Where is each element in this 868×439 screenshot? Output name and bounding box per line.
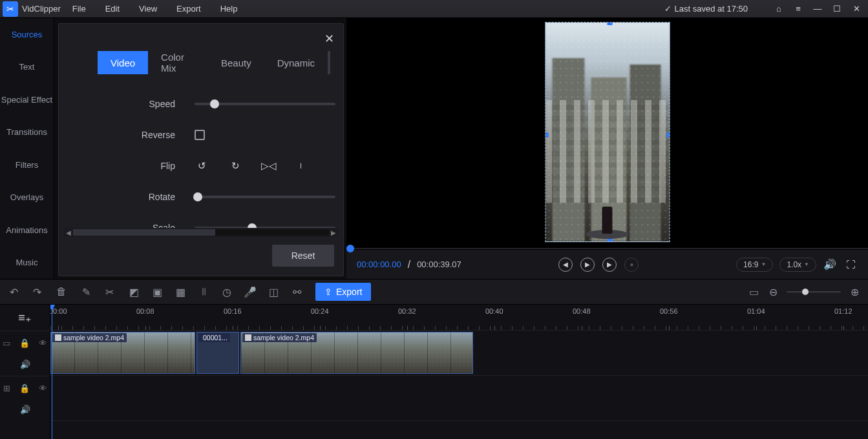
flip-vertical-icon[interactable]: –	[295, 159, 310, 173]
rotate-ccw-icon[interactable]: ↺	[195, 159, 209, 173]
playback-speed-select[interactable]: 1.0x▼	[779, 258, 816, 272]
fullscreen-icon[interactable]: ⛶	[843, 258, 858, 272]
timeline-clip[interactable]: 00001...	[196, 332, 239, 374]
panel-h-scrollbar[interactable]: ◀ ▶	[64, 228, 338, 237]
scroll-right-icon[interactable]: ▶	[329, 229, 338, 236]
export-label: Export	[336, 287, 362, 297]
timeline-clip[interactable]: sample video 2.mp4	[50, 332, 195, 374]
clock-icon[interactable]: ◷	[221, 286, 233, 298]
resize-handle-right[interactable]	[666, 132, 670, 138]
track-lock-icon-2[interactable]: 🔒	[19, 383, 30, 393]
sidebar-tab-sources[interactable]: Sources	[0, 18, 54, 51]
video-track-2[interactable]	[50, 376, 868, 421]
menu-file[interactable]: File	[72, 4, 86, 14]
clip-label: sample video 2.mp4	[253, 334, 314, 342]
zoom-out-icon[interactable]: ⊖	[767, 286, 779, 298]
export-button[interactable]: ⇪ Export	[315, 283, 371, 301]
crop-icon[interactable]: ◩	[128, 286, 140, 298]
app-name: VidClipper	[22, 4, 61, 14]
toolbar: ↶ ↷ 🗑 ✎ ✂ ◩ ▣ ▦ ⫴ ◷ 🎤 ◫ ⚯ ⇪ Export ▭ ⊖ ⊕	[0, 279, 868, 305]
ruler-tick-label: 00:56	[660, 307, 678, 315]
sidebar-tab-animations[interactable]: Animations	[0, 214, 54, 247]
play-button[interactable]: ▶	[580, 258, 595, 272]
video-track-1[interactable]: sample video 2.mp4 00001... sample video…	[50, 331, 868, 376]
timeline-playhead[interactable]	[52, 305, 52, 439]
sidebar-tab-text[interactable]: Text	[0, 51, 54, 84]
marquee-icon[interactable]: ▣	[151, 286, 163, 298]
resize-handle-bottom[interactable]	[608, 239, 613, 242]
record-button[interactable]: ●	[624, 258, 639, 272]
sidebar-tab-music[interactable]: Music	[0, 247, 54, 280]
redo-button[interactable]: ↷	[31, 286, 43, 298]
sidebar-tab-filters[interactable]: Filters	[0, 148, 54, 181]
preview-selection-frame[interactable]	[545, 22, 670, 242]
image-icon[interactable]: ▦	[175, 286, 186, 298]
panel-tab-beauty[interactable]: Beauty	[208, 51, 264, 74]
timeline: ≡₊ ▭ 🔒 👁 🔊 ⊞ 🔒 👁 🔊 00:0000:0800:1600:240…	[0, 305, 868, 439]
track-visibility-icon[interactable]: 👁	[39, 338, 47, 348]
flip-horizontal-icon[interactable]: ▷◁	[262, 159, 276, 173]
speed-slider[interactable]	[195, 103, 335, 105]
reset-button[interactable]: Reset	[272, 245, 334, 267]
panel-tab-color-mix[interactable]: Color Mix	[148, 51, 208, 74]
export-icon: ⇪	[324, 287, 332, 297]
track-visibility-icon-2[interactable]: 👁	[39, 383, 47, 393]
resize-handle-top[interactable]	[608, 22, 613, 25]
timeline-ruler[interactable]: 00:0000:0800:1600:2400:3200:4000:4800:56…	[50, 305, 868, 331]
hamburger-icon[interactable]: ≡	[793, 4, 803, 14]
sidebar-tab-overlays[interactable]: Overlays	[0, 181, 54, 214]
window-maximize-icon[interactable]: ☐	[832, 4, 842, 14]
last-saved-text: Last saved at 17:50	[675, 4, 748, 14]
menu-view[interactable]: View	[139, 4, 157, 14]
rotate-cw-icon[interactable]: ↻	[228, 159, 242, 173]
last-saved-status: ✓ Last saved at 17:50	[664, 4, 748, 14]
prev-frame-button[interactable]: ◀	[558, 258, 573, 272]
aspect-ratio-select[interactable]: 16:9▼	[736, 258, 773, 272]
window-close-icon[interactable]: ✕	[851, 4, 862, 14]
window-minimize-icon[interactable]: ―	[812, 4, 823, 14]
cut-icon[interactable]: ✂	[103, 286, 115, 298]
panel-tab-dynamic[interactable]: Dynamic	[264, 51, 328, 74]
zoom-in-icon[interactable]: ⊕	[849, 286, 860, 298]
preview-area: 00:00:00.00 / 00:00:39.07 ◀ ▶ ▶ ● 16:9▼ …	[346, 18, 868, 279]
menu-help[interactable]: Help	[220, 4, 238, 14]
reverse-label: Reverse	[59, 130, 195, 140]
track-header-2: ⊞ 🔒 👁 🔊	[0, 376, 50, 421]
clip-label: 00001...	[203, 334, 228, 342]
histogram-icon[interactable]: ⫴	[198, 286, 209, 298]
speed-label: Speed	[59, 99, 195, 109]
undo-button[interactable]: ↶	[8, 286, 19, 298]
menu-edit[interactable]: Edit	[105, 4, 120, 14]
left-sidebar: Sources Text Special Effect Transitions …	[0, 18, 54, 279]
panel-tab-video[interactable]: Video	[98, 51, 148, 74]
menu-export[interactable]: Export	[176, 4, 201, 14]
sidebar-tab-special-effect[interactable]: Special Effect	[0, 83, 54, 116]
ruler-tick-label: 00:40	[485, 307, 503, 315]
delete-icon[interactable]: 🗑	[56, 286, 67, 298]
preview-canvas[interactable]	[346, 18, 868, 249]
preview-playhead[interactable]	[346, 245, 354, 252]
resize-handle-left[interactable]	[545, 132, 548, 138]
current-time: 00:00:00.00	[357, 260, 401, 269]
timeline-clip[interactable]: sample video 2.mp4	[240, 332, 473, 374]
reverse-checkbox[interactable]	[195, 130, 205, 140]
volume-icon[interactable]: 🔊	[823, 258, 837, 272]
panel-close-icon[interactable]: ✕	[324, 32, 334, 46]
zoom-slider[interactable]	[787, 291, 841, 293]
sidebar-tab-transitions[interactable]: Transitions	[0, 116, 54, 149]
track-mute-icon[interactable]: 🔊	[20, 360, 30, 369]
fit-timeline-icon[interactable]: ▭	[748, 286, 759, 298]
preview-progress-line[interactable]	[346, 248, 868, 249]
mic-icon[interactable]: 🎤	[244, 286, 256, 298]
link-icon[interactable]: ⚯	[291, 286, 302, 298]
ruler-tick-label: 01:04	[747, 307, 765, 315]
add-track-button[interactable]: ≡₊	[0, 305, 50, 331]
rotate-slider[interactable]	[195, 196, 335, 198]
edit-icon[interactable]: ✎	[80, 286, 92, 298]
next-frame-button[interactable]: ▶	[602, 258, 617, 272]
track-lock-icon[interactable]: 🔒	[19, 338, 30, 348]
track-mute-icon-2[interactable]: 🔊	[20, 405, 30, 414]
scroll-left-icon[interactable]: ◀	[64, 229, 73, 236]
mask-icon[interactable]: ◫	[268, 286, 279, 298]
home-icon[interactable]: ⌂	[774, 4, 784, 14]
